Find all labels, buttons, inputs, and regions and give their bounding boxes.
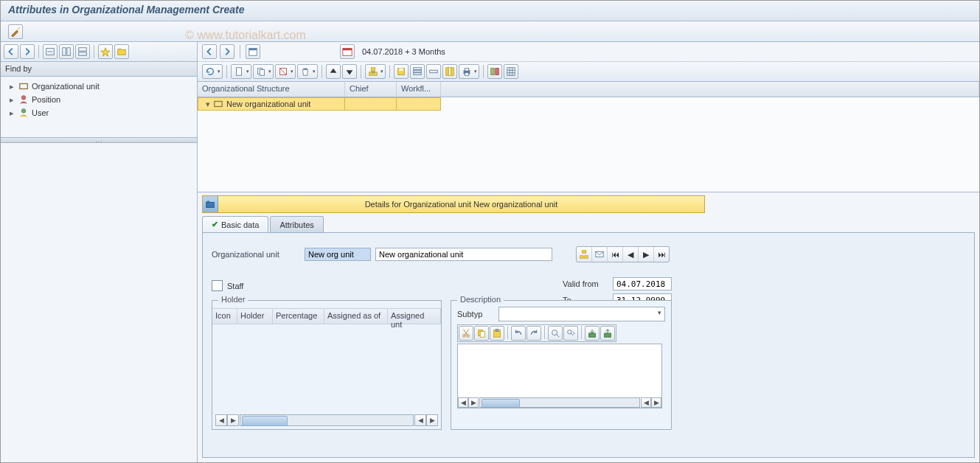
scroll-left-end-button[interactable]: ◀ [414, 414, 426, 426]
cut-button[interactable] [459, 326, 473, 341]
folder-icon[interactable] [203, 196, 218, 212]
holder-scrollbar[interactable]: ◀ ▶ ◀ ▶ [215, 414, 438, 426]
basic-data-panel: Organizational unit ⏮ ◀ ▶ ⏭ V [202, 232, 975, 458]
find-next-button[interactable] [563, 326, 578, 341]
move-up-button[interactable] [326, 64, 341, 79]
scroll-left-button[interactable]: ◀ [215, 414, 227, 426]
expand-icon[interactable]: ▾ [201, 100, 210, 109]
expand-icon[interactable]: ▸ [10, 82, 15, 91]
save-button[interactable] [394, 64, 409, 79]
org-structure-tree[interactable]: ▾ New organizational unit [198, 97, 979, 192]
col-header-org-structure[interactable]: Organizational Structure [198, 82, 345, 97]
layout-1-button[interactable] [59, 44, 74, 59]
find-button[interactable] [548, 326, 563, 341]
delimit-button[interactable] [275, 64, 296, 79]
org-unit-long-input[interactable] [375, 248, 552, 261]
scroll-left-button[interactable]: ◀ [458, 397, 468, 408]
redo-button[interactable] [527, 326, 541, 341]
col-header-assigned-as-of[interactable]: Assigned as of [324, 309, 388, 324]
col-header-percentage[interactable]: Percentage [273, 309, 324, 324]
scroll-right-button[interactable]: ▶ [468, 397, 479, 408]
column-config-button[interactable] [442, 64, 457, 79]
separator [322, 65, 322, 78]
next-record-button[interactable]: ▶ [639, 247, 654, 262]
first-record-button[interactable]: ⏮ [608, 247, 623, 262]
refresh-button[interactable] [202, 64, 223, 79]
paste-button[interactable] [490, 326, 504, 341]
collapse-all-button[interactable] [426, 64, 441, 79]
favorite-button[interactable] [98, 44, 113, 59]
subtyp-select[interactable] [498, 307, 665, 321]
text-editor-toolbar [457, 324, 616, 342]
layout-2-button[interactable] [75, 44, 90, 59]
tree-item-user[interactable]: ▸ User [5, 106, 192, 119]
col-header-chief[interactable]: Chief [345, 82, 397, 97]
staff-checkbox[interactable] [212, 280, 223, 291]
prev-period-button[interactable] [202, 44, 217, 59]
create-button[interactable] [231, 64, 251, 79]
description-textarea[interactable]: ◀ ▶ ◀ ▶ [457, 344, 662, 408]
description-title: Description [457, 295, 504, 304]
mail-button[interactable] [592, 247, 608, 262]
scroll-right-button[interactable]: ▶ [227, 414, 239, 426]
undo-button[interactable] [511, 326, 526, 341]
last-record-button[interactable]: ⏭ [654, 247, 669, 262]
wand-icon-button[interactable] [8, 24, 23, 39]
svg-rect-7 [118, 49, 126, 55]
load-local-button[interactable] [585, 326, 600, 341]
assign-button[interactable] [43, 44, 58, 59]
goto-button[interactable] [365, 64, 386, 79]
col-header-holder[interactable]: Holder [237, 309, 273, 324]
tab-basic-data[interactable]: ✔ Basic data [202, 216, 268, 232]
expand-icon[interactable]: ▸ [10, 95, 15, 105]
record-nav-group: ⏮ ◀ ▶ ⏭ [576, 246, 670, 262]
separator [389, 65, 390, 78]
textarea-scrollbar[interactable]: ◀ ▶ ◀ ▶ [458, 397, 661, 408]
view-switch-button[interactable] [487, 64, 502, 79]
org-unit-short-input[interactable] [305, 248, 371, 261]
favorite-folder-button[interactable] [114, 44, 129, 59]
tab-attributes[interactable]: Attributes [270, 216, 323, 232]
expand-icon[interactable]: ▸ [10, 108, 15, 118]
delete-button[interactable] [297, 64, 318, 79]
prev-record-button[interactable]: ◀ [623, 247, 639, 262]
svg-rect-6 [79, 52, 87, 55]
scroll-track[interactable] [479, 397, 640, 408]
scroll-track[interactable] [240, 414, 414, 426]
col-header-workflow[interactable]: Workfl... [397, 82, 441, 97]
scroll-right-end-button[interactable]: ▶ [426, 414, 438, 426]
date-range-button[interactable] [340, 44, 355, 59]
svg-rect-12 [249, 49, 257, 51]
print-button[interactable] [459, 64, 479, 79]
col-header-icon[interactable]: Icon [212, 309, 237, 324]
scroll-thumb[interactable] [242, 416, 288, 426]
date-picker-button[interactable] [246, 44, 260, 59]
valid-from-input[interactable] [613, 277, 672, 290]
copy-button[interactable] [253, 64, 274, 79]
scroll-thumb[interactable] [482, 399, 520, 408]
next-period-button[interactable] [220, 44, 234, 59]
nav-back-button[interactable] [4, 44, 18, 59]
position-icon [18, 94, 29, 105]
move-down-button[interactable] [342, 64, 357, 79]
nav-forward-button[interactable] [20, 44, 35, 59]
copy-button[interactable] [474, 326, 489, 341]
current-date-label: 04.07.2018 + 3 Months [362, 47, 445, 56]
table-row[interactable]: ▾ New organizational unit [198, 97, 979, 111]
expand-all-button[interactable] [410, 64, 425, 79]
staff-label: Staff [227, 282, 243, 290]
settings-button[interactable] [504, 64, 518, 79]
tree-item-position[interactable]: ▸ Position [5, 93, 192, 106]
tree-item-org-unit[interactable]: ▸ Organizational unit [5, 80, 192, 93]
save-local-button[interactable] [600, 326, 615, 341]
scroll-right-end-button[interactable]: ▶ [651, 397, 661, 408]
svg-rect-36 [507, 68, 515, 76]
scroll-left-end-button[interactable]: ◀ [641, 397, 651, 408]
org-unit-icon [213, 99, 223, 109]
hierarchy-button[interactable] [577, 247, 592, 262]
svg-rect-33 [465, 73, 468, 76]
description-panel: Description Subtyp [451, 300, 672, 430]
pane-splitter[interactable]: … [1, 137, 197, 143]
svg-rect-28 [446, 68, 449, 76]
col-header-assigned-until[interactable]: Assigned unt [388, 309, 441, 324]
